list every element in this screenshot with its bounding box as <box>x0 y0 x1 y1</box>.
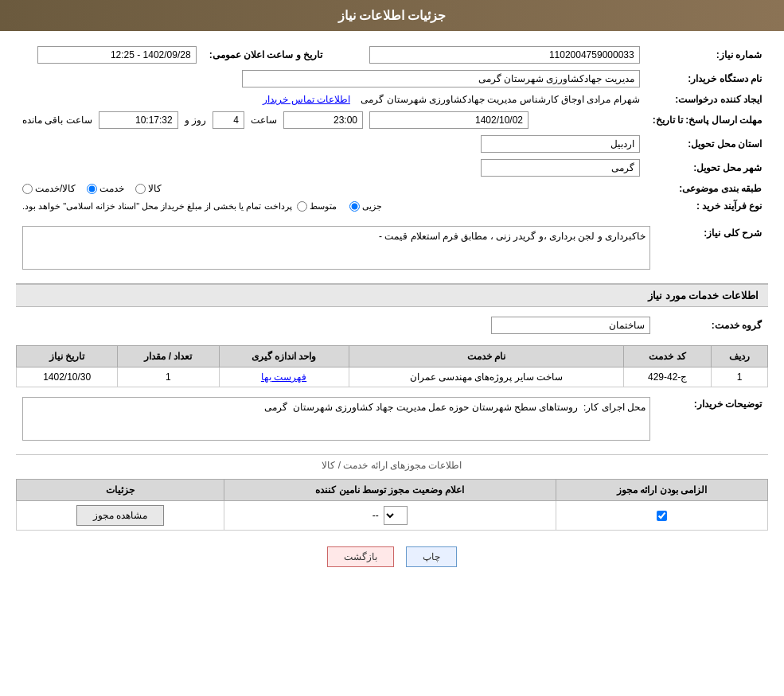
days-input[interactable] <box>213 111 244 129</box>
delivery-province-label: استان محل تحویل: <box>646 132 768 156</box>
remaining-time-label: ساعت باقی مانده <box>22 115 92 126</box>
col-unit: واحد اندازه گیری <box>219 346 349 367</box>
buyer-org-value <box>16 67 646 91</box>
delivery-city-value <box>16 156 646 180</box>
buyer-notes-textarea[interactable] <box>22 397 650 441</box>
page-header: جزئیات اطلاعات نیاز <box>0 0 784 31</box>
buyer-notes-table: توضیحات خریدار: <box>16 394 768 446</box>
cell-name: ساخت سایر پروژه‌های مهندسی عمران <box>349 367 624 387</box>
time-label: ساعت <box>251 115 277 126</box>
purchase-type-medium[interactable]: متوسط <box>297 201 337 212</box>
main-info-table: شماره نیاز: تاریخ و ساعت اعلان عمومی: نا… <box>16 43 768 215</box>
delivery-city-input[interactable] <box>481 159 640 177</box>
remaining-time-input[interactable] <box>99 111 178 129</box>
need-number-label: شماره نیاز: <box>646 43 768 67</box>
purchase-type-note: پرداخت تمام یا بخشی از مبلغ خریداز محل "… <box>22 201 292 212</box>
permissions-section-title: اطلاعات مجوزهای ارائه خدمت / کالا <box>16 454 768 471</box>
time-input[interactable] <box>283 111 363 129</box>
date-input[interactable] <box>369 111 529 129</box>
description-value <box>16 223 657 275</box>
requester-text: شهرام مرادی اوجاق کارشناس مدیریت جهادکشا… <box>361 94 639 105</box>
perm-col-details: جزئیات <box>17 480 224 501</box>
perm-col-status: اعلام وضعیت مجوز توسط نامین کننده <box>224 480 556 501</box>
description-textarea[interactable] <box>22 226 650 270</box>
print-button[interactable]: چاپ <box>406 546 457 567</box>
category-row: کالا/خدمت خدمت کالا <box>16 180 646 197</box>
category-kala-khidmat[interactable]: کالا/خدمت <box>22 183 76 194</box>
delivery-province-input[interactable] <box>481 135 640 153</box>
category-khidmat[interactable]: خدمت <box>87 183 124 194</box>
purchase-type-label: نوع فرآیند خرید : <box>646 197 768 215</box>
requester-label: ایجاد کننده درخواست: <box>646 91 768 108</box>
perm-status: -- ▼ <box>224 501 556 531</box>
announce-datetime-label: تاریخ و ساعت اعلان عمومی: <box>203 43 338 67</box>
cell-code: ج-42-429 <box>624 367 712 387</box>
bottom-buttons: چاپ بازگشت <box>16 546 768 567</box>
response-deadline-label: مهلت ارسال پاسخ: تا تاریخ: <box>646 108 768 132</box>
buyer-notes-label: توضیحات خریدار: <box>657 394 768 446</box>
delivery-city-label: شهر محل تحویل: <box>646 156 768 180</box>
service-group-label: گروه خدمت: <box>657 313 768 337</box>
service-group-value <box>16 313 657 337</box>
perm-required-checkbox[interactable] <box>657 511 667 521</box>
cell-quantity: 1 <box>118 367 219 387</box>
category-label: طبقه بندی موضوعی: <box>646 180 768 197</box>
perm-required <box>556 501 767 531</box>
category-kala[interactable]: کالا <box>135 183 162 194</box>
requester-value: شهرام مرادی اوجاق کارشناس مدیریت جهادکشا… <box>16 91 646 108</box>
description-label: شرح کلی نیاز: <box>657 223 768 275</box>
need-number-input[interactable] <box>369 46 640 64</box>
col-row: ردیف <box>711 346 767 367</box>
contact-link[interactable]: اطلاعات تماس خریدار <box>263 94 350 105</box>
page-title: جزئیات اطلاعات نیاز <box>338 9 447 22</box>
perm-details: مشاهده مجوز <box>17 501 224 531</box>
buyer-org-label: نام دستگاه خریدار: <box>646 67 768 91</box>
buyer-org-input[interactable] <box>242 70 640 87</box>
services-section-title: اطلاعات خدمات مورد نیاز <box>16 283 768 307</box>
table-row: 1 ج-42-429 ساخت سایر پروژه‌های مهندسی عم… <box>17 367 768 387</box>
purchase-type-row: پرداخت تمام یا بخشی از مبلغ خریداز محل "… <box>16 197 646 215</box>
col-name: نام خدمت <box>349 346 624 367</box>
col-quantity: تعداد / مقدار <box>118 346 219 367</box>
service-group-input[interactable] <box>491 317 650 334</box>
view-permit-button[interactable]: مشاهده مجوز <box>76 505 164 526</box>
delivery-province-value <box>16 132 646 156</box>
perm-status-select[interactable]: ▼ <box>384 506 408 525</box>
services-table: ردیف کد خدمت نام خدمت واحد اندازه گیری ت… <box>16 345 768 387</box>
announce-datetime-value <box>16 43 203 67</box>
service-group-table: گروه خدمت: <box>16 313 768 337</box>
col-date: تاریخ نیاز <box>17 346 118 367</box>
permissions-table: الزامی بودن ارائه مجوز اعلام وضعیت مجوز … <box>16 479 768 531</box>
cell-date: 1402/10/30 <box>17 367 118 387</box>
purchase-type-partial[interactable]: جزیی <box>349 201 382 212</box>
description-table: شرح کلی نیاز: <box>16 223 768 275</box>
cell-row: 1 <box>711 367 767 387</box>
response-deadline-row: ساعت باقی مانده روز و ساعت <box>16 108 646 132</box>
buyer-notes-value <box>16 394 657 446</box>
col-code: کد خدمت <box>624 346 712 367</box>
perm-col-required: الزامی بودن ارائه مجوز <box>556 480 767 501</box>
need-number-value <box>338 43 646 67</box>
list-item: -- ▼ مشاهده مجوز <box>17 501 768 531</box>
back-button[interactable]: بازگشت <box>327 546 394 567</box>
announce-datetime-input[interactable] <box>37 46 197 64</box>
days-label: روز و <box>185 115 206 126</box>
cell-unit: فهرست بها <box>219 367 349 387</box>
